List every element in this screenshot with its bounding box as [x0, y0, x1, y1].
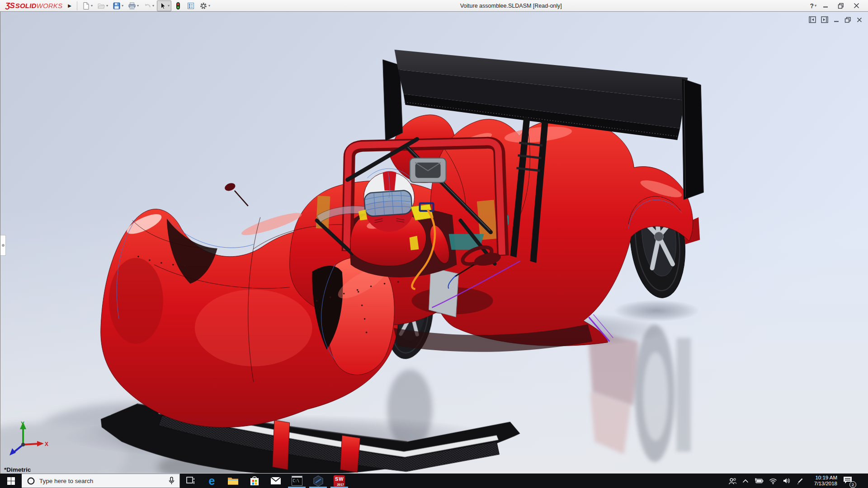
- dropdown-arrow-icon[interactable]: ▾: [91, 4, 93, 8]
- window-controls: ? ▾: [810, 1, 866, 11]
- microphone-icon[interactable]: [168, 477, 175, 485]
- solidworks-logo: ƷS SOLIDWORKS: [2, 1, 65, 10]
- toolbar-separator: [77, 1, 77, 10]
- windows-ink-button[interactable]: [796, 477, 804, 485]
- hexagon-app-icon: [313, 475, 324, 487]
- command-prompt-icon: C:\: [292, 476, 302, 486]
- store-icon: [250, 476, 259, 486]
- taskbar-search[interactable]: [22, 474, 180, 488]
- wifi-button[interactable]: [769, 478, 777, 484]
- dropdown-arrow-icon[interactable]: ▾: [106, 4, 108, 8]
- minimize-button[interactable]: [819, 1, 832, 11]
- close-button[interactable]: [850, 1, 863, 11]
- visor: [364, 190, 412, 216]
- clock-date: 7/13/2018: [809, 481, 837, 487]
- command-prompt-button[interactable]: C:\: [286, 474, 307, 488]
- undo-icon: [143, 2, 151, 10]
- solidworks-logo-text: SOLIDWORKS: [15, 2, 63, 9]
- select-tool-button[interactable]: ▾: [157, 0, 171, 11]
- taskbar-app-icons: e: [180, 474, 350, 488]
- battery-button[interactable]: [754, 478, 764, 484]
- doc-restore-button[interactable]: [844, 15, 852, 25]
- open-document-button[interactable]: ▾: [95, 0, 110, 11]
- doc-close-icon: [856, 17, 863, 23]
- panel-flyout-tab[interactable]: [0, 235, 6, 256]
- file-explorer-button[interactable]: [222, 474, 244, 488]
- doc-restore-icon: [844, 17, 851, 23]
- people-button[interactable]: [728, 477, 737, 485]
- dropdown-arrow-icon[interactable]: ▾: [208, 4, 210, 8]
- traffic-light-button[interactable]: [172, 0, 184, 11]
- traffic-light-icon: [174, 2, 182, 10]
- solidworks-app-icon: SW 2017: [334, 475, 345, 487]
- restore-icon: [838, 3, 844, 9]
- model-scene[interactable]: [0, 12, 868, 473]
- speaker-icon: [783, 477, 791, 484]
- solidworks-window: ƷS SOLIDWORKS ▶ ▾ ▾: [0, 0, 868, 488]
- save-button[interactable]: ▾: [111, 0, 125, 11]
- task-view-icon: [186, 476, 195, 486]
- document-window-controls: [808, 15, 863, 25]
- dropdown-arrow-icon[interactable]: ▾: [137, 4, 139, 8]
- intake-box: [410, 158, 446, 183]
- panel-flyout-dot-icon: [2, 244, 5, 247]
- mail-button[interactable]: [265, 474, 286, 488]
- cortana-icon: [27, 477, 35, 485]
- help-button[interactable]: ? ▾: [810, 1, 816, 11]
- dropdown-arrow-icon[interactable]: ▾: [168, 4, 170, 8]
- properties-list-button[interactable]: [185, 0, 197, 11]
- open-folder-icon: [97, 2, 105, 10]
- pane-right-arrow-icon: [821, 16, 828, 23]
- pane-left-arrow-icon: [809, 16, 816, 23]
- edge-taskbar-button[interactable]: e: [201, 474, 222, 488]
- clock-time: 10:19 AM: [809, 475, 837, 481]
- silver-sill: [429, 267, 458, 317]
- windows-logo-icon: [7, 477, 15, 485]
- print-icon: [128, 2, 136, 10]
- battery-charging-icon: [754, 478, 764, 484]
- new-document-button[interactable]: ▾: [80, 0, 94, 11]
- gear-icon: [199, 2, 208, 10]
- search-input[interactable]: [39, 478, 164, 484]
- task-view-button[interactable]: [180, 474, 201, 488]
- close-icon: [854, 3, 859, 9]
- microsoft-store-button[interactable]: [244, 474, 265, 488]
- solidworks-logo-mark: ƷS: [5, 1, 14, 10]
- new-document-icon: [82, 2, 90, 10]
- dropdown-arrow-icon[interactable]: ▾: [122, 4, 123, 8]
- properties-list-icon: [187, 2, 195, 10]
- window-title: Voiture assomblee.SLDASM [Read-only]: [212, 3, 810, 9]
- windows-taskbar: e: [0, 474, 868, 488]
- undo-button[interactable]: ▾: [142, 0, 156, 11]
- chevron-up-icon: [742, 479, 749, 483]
- action-center-button[interactable]: 2: [843, 476, 857, 486]
- options-button[interactable]: ▾: [198, 0, 212, 11]
- solidworks-taskbar-button[interactable]: SW 2017: [329, 474, 350, 488]
- notification-badge: 2: [849, 481, 856, 488]
- graphics-area[interactable]: Y X *Dimetric: [0, 12, 868, 474]
- pane-previous-button[interactable]: [808, 15, 817, 25]
- mail-icon: [270, 477, 281, 485]
- print-button[interactable]: ▾: [126, 0, 141, 11]
- flyout-arrow-icon: ▶: [68, 3, 71, 8]
- doc-minimize-button[interactable]: [832, 15, 840, 25]
- restore-button[interactable]: [835, 1, 847, 11]
- view-orientation-label: *Dimetric: [4, 466, 31, 473]
- minimize-icon: [823, 3, 829, 9]
- quick-access-toolbar: ▾ ▾ ▾: [80, 0, 212, 11]
- file-explorer-icon: [227, 476, 239, 486]
- dropdown-arrow-icon[interactable]: ▾: [152, 4, 154, 8]
- menu-flyout-arrow[interactable]: ▶: [65, 2, 74, 9]
- composer-app-button[interactable]: [307, 474, 329, 488]
- pane-next-button[interactable]: [820, 15, 829, 25]
- volume-button[interactable]: [783, 477, 791, 484]
- doc-close-button[interactable]: [855, 15, 863, 25]
- grille-pillar: [340, 435, 360, 472]
- grille-pillar: [273, 420, 290, 470]
- system-tray: 10:19 AM 7/13/2018 2: [728, 474, 868, 488]
- orientation-triad: Y X: [6, 419, 49, 459]
- triad-x-label: X: [45, 441, 48, 447]
- taskbar-clock[interactable]: 10:19 AM 7/13/2018: [809, 475, 837, 487]
- tray-overflow-button[interactable]: [742, 479, 749, 483]
- start-button[interactable]: [0, 474, 22, 488]
